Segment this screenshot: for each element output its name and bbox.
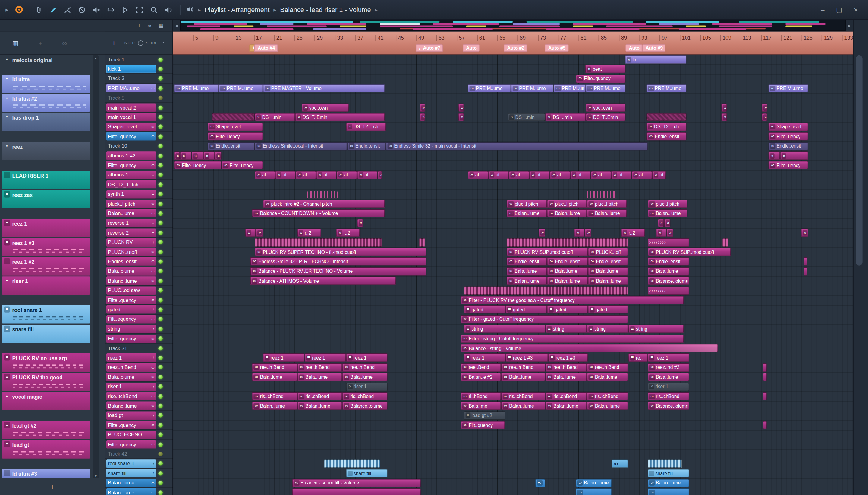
playlist-clip[interactable]: ∞Endle..ensit — [768, 142, 808, 150]
playlist-clip[interactable]: ∞Filter - string - Cutoff frequency — [460, 334, 684, 343]
playlist-clip[interactable]: »DS_T..Emin — [586, 113, 625, 121]
playlist-clip[interactable]: ∞pluc..l pitch — [507, 200, 547, 208]
track-name-chip[interactable]: kick 1+ — [107, 65, 156, 73]
track-row[interactable]: Track 42 — [105, 449, 173, 459]
playlist-clip[interactable]: ∞Endless Smile..ocal - Intensit — [255, 142, 347, 150]
track-name-chip[interactable]: reez..h Bend∞ — [107, 363, 156, 372]
playlist-clip[interactable]: ∞ — [576, 489, 611, 495]
playlist-clip[interactable]: ∞Endle..ensit — [208, 142, 255, 150]
playlist-clip[interactable]: ∞ri..hBend — [460, 392, 501, 400]
playlist-clip[interactable]: ∞Bala..lume — [252, 373, 297, 381]
playlist-clip[interactable]: ∞PRE M..ume — [511, 84, 553, 93]
playlist-clip[interactable]: ››› — [612, 459, 628, 468]
track-name-chip[interactable]: Balan..lume∞ — [107, 209, 156, 218]
playlist-clip[interactable]: ∞ree..h Bend — [252, 363, 297, 372]
track-name-chip[interactable]: Balanc..lume∞ — [107, 277, 156, 285]
playlist-clip[interactable] — [804, 267, 807, 275]
ban-icon[interactable] — [76, 4, 88, 16]
playlist-clip[interactable]: » — [574, 228, 585, 237]
playlist-clip[interactable]: ∞Balan..lume — [501, 402, 545, 410]
playlist-clip[interactable]: ∞ris..chBend — [648, 392, 689, 400]
picker-item[interactable]: •ld ultra #2 — [2, 93, 91, 112]
track-row[interactable]: pluck..l pitch∞ — [105, 199, 173, 209]
playlist-clip[interactable]: ∞ris..chBend — [297, 392, 342, 400]
slide-toggle-label[interactable]: SLIDE — [146, 41, 158, 45]
track-row[interactable]: Track 10 — [105, 141, 173, 151]
playlist-clip[interactable]: ∞ris..chBend — [252, 392, 297, 400]
playlist-clip[interactable]: ∞pluc..l pitch — [587, 200, 627, 208]
playlist-clip[interactable]: »at.. — [296, 171, 316, 179]
playlist-clip[interactable] — [419, 238, 425, 246]
playlist-clip[interactable]: »r..2 — [621, 228, 645, 237]
playlist-clip[interactable]: ∞pluck intro #2 - Channel pitch — [263, 200, 384, 208]
picker-item[interactable]: ≡ld ultra #3 — [2, 469, 91, 478]
mute-led[interactable] — [158, 115, 163, 120]
playlist-clip[interactable]: » — [721, 103, 727, 112]
playlist-clip[interactable]: ∞Bala..lume — [588, 267, 628, 275]
playlist-clip[interactable]: »at.. — [652, 171, 666, 179]
playlist-clip[interactable]: ∞Balance..olume — [648, 277, 689, 285]
mute-led[interactable] — [158, 346, 163, 351]
track-row[interactable]: rool snare 1♪ — [105, 459, 173, 468]
playlist-clip[interactable]: »at.. — [591, 171, 611, 179]
playlist-clip[interactable] — [763, 373, 767, 381]
track-name-chip[interactable]: Balan..lume∞ — [107, 479, 156, 487]
playlist-clip[interactable]: »at.. — [632, 171, 652, 179]
playlist-clip[interactable]: ∞ree..h Bend — [342, 363, 388, 372]
mute-icon[interactable] — [91, 4, 102, 16]
playlist-clip[interactable]: » — [245, 228, 256, 237]
playlist-clip[interactable]: ∞PLUCK..toff — [588, 248, 628, 256]
playlist-clip[interactable]: »DS_T..Emin — [295, 113, 385, 121]
playlist-clip[interactable] — [763, 363, 767, 372]
playlist-clip[interactable]: ∞PRE M..ume — [174, 84, 219, 93]
track-row[interactable]: reverse 1+ — [105, 218, 173, 228]
track-name-chip[interactable]: Track 3 — [107, 75, 156, 83]
mute-led[interactable] — [158, 461, 163, 466]
playlist-clip[interactable]: ∞Filte..uency — [768, 161, 808, 170]
playlist-clip[interactable]: ∞PRE M..ume — [646, 84, 686, 93]
time-marker[interactable]: Auto #7 — [420, 44, 443, 52]
track-name-chip[interactable]: string♪ — [107, 325, 156, 333]
mute-led[interactable] — [158, 298, 163, 302]
playlist-clip[interactable]: ∞ree..h Bend — [587, 363, 628, 372]
playlist-clip[interactable]: »r..2 — [336, 228, 360, 237]
playlist-clip[interactable]: ∞Filte..quency — [576, 75, 625, 83]
playlist-clip[interactable]: ∞Balan..lume — [547, 277, 588, 285]
playlist-clip[interactable]: ≡reez 1 — [305, 354, 346, 362]
picker-item[interactable]: ≡PLUCK RV no use arp — [2, 354, 91, 372]
track-row[interactable]: lead gt♪ — [105, 411, 173, 420]
playlist-clip[interactable]: »at.. — [611, 171, 632, 179]
time-marker[interactable]: Auto #4 — [255, 44, 278, 52]
playlist-clip[interactable]: »at.. — [357, 171, 378, 179]
picker-item[interactable]: •melodia original — [2, 55, 91, 64]
step-slide-toggle[interactable] — [138, 40, 143, 46]
playlist-clip[interactable]: » — [801, 228, 808, 237]
options-dot-icon[interactable]: • — [163, 41, 164, 45]
playlist-clip[interactable]: ×riser 1 — [346, 382, 388, 391]
track-row[interactable]: Balanc..lume∞ — [105, 401, 173, 411]
playlist-clip[interactable]: ∞PRE M..ume — [586, 84, 625, 93]
track-name-chip[interactable]: PLUCK..utoff∞ — [107, 248, 156, 256]
playlist-clip[interactable]: »at.. — [550, 171, 570, 179]
playlist-clip[interactable]: ∞Bala..lume — [648, 373, 689, 381]
track-row[interactable]: main vocal 2 — [105, 103, 173, 113]
scroll-up-icon[interactable]: ▲ — [93, 55, 99, 61]
mute-led[interactable] — [158, 240, 163, 244]
mute-led[interactable] — [158, 144, 163, 149]
track-name-chip[interactable]: pluck..l pitch∞ — [107, 200, 156, 208]
playlist-clip[interactable] — [464, 286, 628, 295]
picker-item[interactable]: ≡lead gt — [2, 440, 91, 458]
playlist-clip[interactable]: ≡string — [628, 325, 684, 333]
track-name-chip[interactable]: reverse 1+ — [107, 219, 156, 227]
track-name-chip[interactable]: PRE MA..ume∞ — [107, 84, 156, 93]
slice-icon[interactable] — [62, 4, 73, 16]
playlist-clip[interactable]: ∞Balance - PLUCK RV..ER TECHNO - Volume — [250, 267, 426, 275]
playlist-clip[interactable] — [324, 459, 380, 468]
mute-led[interactable] — [158, 336, 163, 341]
playlist-clip[interactable]: » — [780, 151, 808, 160]
playlist-clip[interactable]: ≡reez 1 #3 — [548, 354, 588, 362]
track-row[interactable]: snare fill♪ — [105, 468, 173, 478]
track-row[interactable]: main vocal 1 — [105, 113, 173, 122]
track-row[interactable]: riser 1♪ — [105, 382, 173, 391]
scrollbar-thumb[interactable] — [856, 55, 863, 266]
